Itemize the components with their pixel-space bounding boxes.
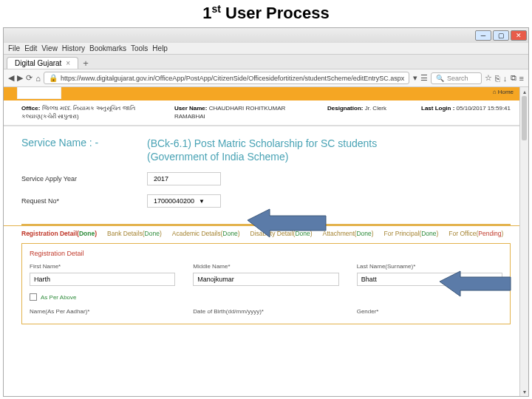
callout-arrow-2 [440,268,514,309]
apply-year-row: Service Apply Year 2017 [4,168,528,190]
callout-arrow-1 [248,205,329,250]
middle-name-input[interactable] [193,273,338,286]
first-name-input[interactable] [30,273,175,286]
url-text: https://www.digitalgujarat.gov.in/Office… [61,75,404,82]
chevron-down-icon: ▼ [199,198,205,205]
scroll-up-icon[interactable]: ▴ [520,87,528,96]
sidebar-icon[interactable]: ⧉ [511,73,516,83]
tab-academic-details[interactable]: Academic Details(Done) [172,230,240,237]
page-scrollbar[interactable]: ▴ ▾ [519,87,528,396]
pocket-icon[interactable]: ⎘ [495,73,500,83]
tab-bank-details[interactable]: Bank Details(Done) [107,230,162,237]
tab-for-principal[interactable]: For Principal(Done) [384,230,439,237]
menu-file[interactable]: File [8,44,20,52]
svg-marker-0 [248,209,326,237]
site-header-bar: ⌂ Home [4,87,528,100]
section-title: Registration Detail [22,250,510,263]
menu-edit[interactable]: Edit [24,44,37,52]
minimize-button[interactable]: ─ [475,30,491,41]
as-per-above-label: As Per Above [41,294,76,301]
service-name-label: Service Name : - [21,137,147,163]
tab-close-icon[interactable]: × [66,59,70,67]
house-icon: ⌂ [493,89,497,95]
downloads-icon[interactable]: ↓ [503,73,508,83]
page-content: ⌂ Home Office: જિલ્લા મદદ. નિયામક અનુસૂચ… [4,87,528,396]
menu-tools[interactable]: Tools [131,44,148,52]
back-icon[interactable]: ◀ [8,72,14,84]
user-info-row: Office: જિલ્લા મદદ. નિયામક અનુસૂચિત જાતિ… [4,100,528,126]
tab-registration-detail[interactable]: Registration Detail(Done) [21,230,97,237]
home-icon[interactable]: ⌂ [35,72,41,84]
scroll-down-icon[interactable]: ▾ [520,387,528,396]
dropdown-icon[interactable]: ▾ [412,72,417,84]
middle-name-label: Middle Name* [193,263,338,270]
first-name-label: First Name* [30,263,175,270]
aadhar-row-labels: Name(As Per Aadhar)* Date of Birth(dd/mm… [22,301,510,315]
tab-strip: Digital Gujarat × + [4,55,528,69]
menu-help[interactable]: Help [152,44,168,52]
scroll-thumb[interactable] [522,96,527,140]
service-name-row: Service Name : - (BCk-6.1) Post Matric S… [4,126,528,168]
address-bar: ◀ ▶ ⟳ ⌂ 🔒 https://www.digitalgujarat.gov… [4,69,528,87]
new-tab-button[interactable]: + [78,58,93,69]
menu-bookmarks[interactable]: Bookmarks [89,44,126,52]
as-per-above-row: As Per Above [22,286,510,301]
tab-title: Digital Gujarat [15,59,61,67]
home-link[interactable]: ⌂ Home [493,89,514,95]
tab-attachment[interactable]: Attachment(Done) [323,230,374,237]
browser-window: ─ ▢ ✕ File Edit View History Bookmarks T… [3,27,529,397]
svg-marker-1 [440,271,511,296]
reader-icon[interactable]: ☰ [420,72,428,84]
middle-name-field: Middle Name* [193,263,338,286]
registration-detail-section: Registration Detail First Name* Middle N… [21,243,511,324]
tab-for-office[interactable]: For Office(Pending) [449,230,503,237]
lock-icon: 🔒 [49,74,58,82]
apply-year-label: Service Apply Year [21,175,147,183]
service-name-value: (BCk-6.1) Post Matric Scholarship for SC… [147,137,377,163]
username-info: User Name: CHAUDHARI ROHITKUMAR RAMABHAI [174,105,293,120]
browser-tab[interactable]: Digital Gujarat × [7,57,78,69]
request-no-label: Request No* [21,197,147,205]
forward-icon[interactable]: ▶ [17,72,23,84]
designation-info: Designation: Jr. Clerk [327,105,386,120]
maximize-button[interactable]: ▢ [493,30,509,41]
office-info: Office: જિલ્લા મદદ. નિયામક અનુસૂચિત જાતિ… [21,105,140,120]
apply-year-field[interactable]: 2017 [147,172,221,185]
window-titlebar: ─ ▢ ✕ [4,28,528,43]
bookmark-icon[interactable]: ☆ [485,73,492,83]
gender-label: Gender* [357,308,502,315]
aadhar-name-label: Name(As Per Aadhar)* [30,308,175,315]
search-field[interactable]: 🔍 Search [431,72,481,84]
slide-title: 1st User Process [0,0,532,27]
close-button[interactable]: ✕ [511,30,527,41]
dob-label: Date of Birth(dd/mm/yyyy)* [193,308,338,315]
url-field[interactable]: 🔒 https://www.digitalgujarat.gov.in/Offi… [44,72,409,84]
browser-menubar: File Edit View History Bookmarks Tools H… [4,43,528,55]
menu-history[interactable]: History [62,44,85,52]
search-icon: 🔍 [436,75,444,82]
site-logo [17,87,61,99]
search-placeholder: Search [447,75,468,82]
last-login-info: Last Login : 05/10/2017 15:59:41 [421,105,511,120]
menu-view[interactable]: View [41,44,58,52]
first-name-field: First Name* [30,263,175,286]
reload-icon[interactable]: ⟳ [26,72,33,84]
as-per-above-checkbox[interactable] [30,293,37,301]
request-no-dropdown[interactable]: 17000040200▼ [147,194,221,208]
menu-icon[interactable]: ≡ [519,73,524,83]
